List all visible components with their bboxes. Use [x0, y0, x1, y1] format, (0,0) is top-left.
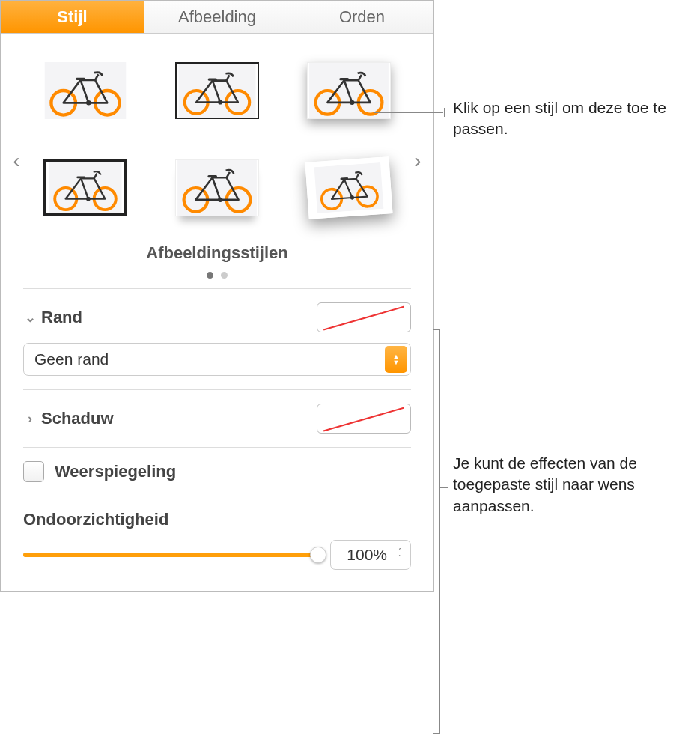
svg-point-23 [218, 198, 222, 202]
bicycle-icon [308, 63, 390, 118]
shadow-preview-swatch[interactable] [317, 404, 411, 434]
bicycle-icon [43, 62, 127, 119]
bicycle-icon [46, 162, 124, 213]
chevron-right-icon: › [414, 149, 421, 172]
svg-point-8 [218, 100, 222, 104]
svg-rect-24 [207, 175, 217, 177]
svg-point-13 [350, 100, 354, 105]
tab-orden[interactable]: Orden [290, 1, 433, 33]
image-styles-title: Afbeeldingsstijlen [35, 243, 399, 263]
chevron-right-icon: › [23, 411, 37, 427]
tab-afbeelding[interactable]: Afbeelding [144, 1, 290, 33]
style-thumbnail[interactable] [307, 62, 391, 119]
style-thumbnail-grid [35, 62, 399, 216]
bicycle-icon [177, 64, 258, 118]
style-thumbnail[interactable] [43, 159, 127, 216]
border-header[interactable]: ⌄ Rand [23, 308, 82, 327]
style-thumbnail[interactable] [307, 159, 391, 216]
shadow-section: › Schaduw [23, 389, 411, 447]
annotation-styles: Klik op een stijl om deze toe te passen. [453, 97, 685, 140]
svg-rect-14 [339, 78, 349, 80]
border-section: ⌄ Rand Geen rand ▲▼ [23, 288, 411, 389]
style-pager [35, 269, 399, 281]
svg-rect-19 [76, 176, 85, 178]
styles-page-next[interactable]: › [407, 149, 429, 173]
reflection-section: Weerspiegeling [23, 447, 411, 496]
image-styles-area: ‹ › Afbeeldingssti [1, 34, 433, 288]
format-inspector-panel: Stijl Afbeelding Orden ‹ › [0, 0, 434, 592]
opacity-label: Ondoorzichtigheid [23, 510, 168, 529]
svg-rect-9 [208, 79, 217, 81]
border-style-dropdown[interactable]: Geen rand ▲▼ [23, 343, 411, 376]
tab-stijl[interactable]: Stijl [1, 1, 144, 33]
style-thumbnail[interactable] [175, 62, 259, 119]
annotation-effects: Je kunt de effecten van de toegepaste st… [453, 453, 693, 517]
border-dropdown-value: Geen rand [24, 350, 385, 368]
shadow-label: Schaduw [41, 409, 114, 428]
style-thumbnail[interactable] [175, 159, 259, 216]
style-thumbnail[interactable] [43, 62, 127, 119]
pager-dot[interactable] [221, 272, 228, 279]
opacity-section: Ondoorzichtigheid 100% ˄ ˅ [23, 496, 411, 591]
chevron-down-icon: ⌄ [23, 309, 37, 326]
border-label: Rand [41, 308, 82, 327]
shadow-header[interactable]: › Schaduw [23, 409, 114, 428]
pager-dot[interactable] [207, 272, 213, 279]
opacity-stepper[interactable]: ˄ ˅ [392, 541, 408, 568]
styles-page-prev[interactable]: ‹ [5, 149, 28, 173]
svg-rect-4 [76, 78, 85, 80]
stepper-down-icon: ˅ [398, 555, 402, 562]
annotation-text: Klik op een stijl om deze toe te passen. [453, 99, 666, 137]
svg-point-3 [86, 100, 91, 106]
svg-point-18 [86, 197, 91, 201]
reflection-label: Weerspiegeling [55, 462, 176, 481]
opacity-slider[interactable] [23, 547, 318, 563]
slider-knob-icon [310, 547, 326, 563]
opacity-input[interactable]: 100% ˄ ˅ [330, 540, 411, 570]
bicycle-icon [311, 162, 387, 214]
reflection-checkbox[interactable] [23, 461, 44, 482]
inspector-tabbar: Stijl Afbeelding Orden [1, 1, 433, 34]
annotation-text: Je kunt de effecten van de toegepaste st… [453, 454, 637, 514]
chevron-left-icon: ‹ [13, 149, 19, 172]
dropdown-stepper-icon: ▲▼ [385, 346, 407, 373]
border-preview-swatch[interactable] [317, 302, 411, 332]
opacity-value: 100% [331, 546, 392, 564]
bicycle-icon [176, 160, 258, 216]
